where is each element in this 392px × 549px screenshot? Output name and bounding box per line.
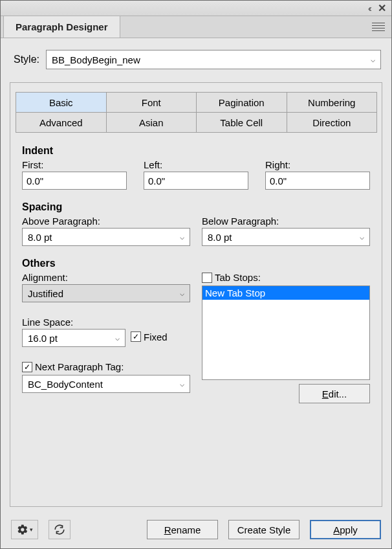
tab-pagination[interactable]: Pagination bbox=[196, 92, 287, 113]
next-tag-combo[interactable]: BC_BodyContent ⌵ bbox=[22, 375, 190, 393]
fixed-checkbox[interactable]: ✓ bbox=[131, 331, 141, 342]
tab-asian[interactable]: Asian bbox=[106, 112, 197, 133]
style-label: Style: bbox=[14, 54, 39, 65]
chevron-down-icon: ⌵ bbox=[180, 379, 184, 388]
gear-icon bbox=[17, 524, 28, 535]
main-tabbar: Paragraph Designer bbox=[1, 16, 391, 38]
chevron-down-icon: ⌵ bbox=[180, 232, 184, 241]
next-tag-label: Next Paragraph Tag: bbox=[35, 361, 124, 372]
chevron-down-icon: ⌵ bbox=[115, 333, 120, 342]
close-icon[interactable]: ✕ bbox=[378, 2, 386, 14]
apply-button[interactable]: Apply bbox=[310, 520, 381, 539]
chevron-down-icon: ⌵ bbox=[180, 289, 184, 298]
list-item[interactable]: New Tab Stop bbox=[202, 286, 369, 300]
tab-stops-checkbox[interactable] bbox=[202, 273, 212, 283]
spacing-row: Above Paragraph: 8.0 pt ⌵ Below Paragrap… bbox=[22, 216, 370, 246]
paragraph-designer-window: ‹‹ ✕ Paragraph Designer Style: BB_BodyBe… bbox=[0, 0, 392, 549]
style-select[interactable]: BB_BodyBegin_new ⌵ bbox=[46, 50, 381, 69]
indent-left-label: Left: bbox=[144, 159, 248, 170]
line-space-label: Line Space: bbox=[22, 317, 190, 328]
tab-font[interactable]: Font bbox=[106, 92, 197, 113]
tab-stops-label: Tab Stops: bbox=[215, 272, 261, 283]
next-tag-checkbox-row[interactable]: ✓ Next Paragraph Tag: bbox=[22, 361, 190, 372]
spacing-below-label: Below Paragraph: bbox=[202, 216, 370, 227]
indent-right-label: Right: bbox=[265, 159, 370, 170]
tab-label: Paragraph Designer bbox=[16, 21, 108, 32]
gear-menu-button[interactable]: ▾ bbox=[11, 520, 38, 539]
indent-title: Indent bbox=[22, 145, 370, 157]
chevron-down-icon: ▾ bbox=[30, 526, 33, 533]
chevron-down-icon: ⌵ bbox=[360, 232, 364, 241]
tab-direction[interactable]: Direction bbox=[287, 112, 378, 133]
next-tag-checkbox[interactable]: ✓ bbox=[22, 362, 32, 372]
tab-stops-checkbox-row[interactable]: Tab Stops: bbox=[202, 272, 370, 283]
alignment-combo[interactable]: Justified ⌵ bbox=[22, 284, 190, 302]
others-row: Alignment: Justified ⌵ Line Space: 16.0 … bbox=[22, 272, 370, 403]
collapse-chevrons-icon[interactable]: ‹‹ bbox=[368, 3, 370, 14]
subtabs: Basic Font Pagination Numbering Advanced… bbox=[16, 92, 376, 132]
spacing-title: Spacing bbox=[22, 201, 370, 213]
tab-paragraph-designer[interactable]: Paragraph Designer bbox=[3, 16, 120, 38]
fixed-checkbox-row[interactable]: ✓ Fixed bbox=[131, 331, 168, 342]
line-space-combo[interactable]: 16.0 pt ⌵ bbox=[22, 329, 125, 347]
indent-first-input[interactable]: 0.0" bbox=[22, 172, 127, 190]
others-title: Others bbox=[22, 258, 370, 269]
indent-left-input[interactable]: 0.0" bbox=[144, 172, 248, 190]
fixed-label: Fixed bbox=[144, 331, 168, 342]
tab-numbering[interactable]: Numbering bbox=[287, 92, 378, 113]
refresh-button[interactable] bbox=[49, 520, 71, 539]
style-row: Style: BB_BodyBegin_new ⌵ bbox=[1, 38, 391, 78]
indent-row: First: 0.0" Left: 0.0" Right: 0.0" bbox=[22, 159, 370, 190]
tab-basic[interactable]: Basic bbox=[16, 92, 107, 113]
edit-button[interactable]: Edit... bbox=[299, 384, 370, 403]
chevron-down-icon: ⌵ bbox=[371, 55, 375, 64]
create-style-button[interactable]: Create Style bbox=[228, 520, 299, 539]
indent-first-label: First: bbox=[22, 159, 127, 170]
tab-stops-listbox[interactable]: New Tab Stop bbox=[202, 286, 370, 380]
rename-button[interactable]: Rename bbox=[147, 520, 218, 539]
tab-advanced[interactable]: Advanced bbox=[16, 112, 107, 133]
spacing-below-combo[interactable]: 8.0 pt ⌵ bbox=[202, 228, 370, 246]
refresh-icon bbox=[54, 524, 65, 535]
panel-basic: Indent First: 0.0" Left: 0.0" Right: 0.0… bbox=[10, 132, 382, 506]
tab-table-cell[interactable]: Table Cell bbox=[196, 112, 287, 133]
panel-menu-icon[interactable] bbox=[372, 21, 385, 33]
indent-right-input[interactable]: 0.0" bbox=[265, 172, 370, 190]
alignment-label: Alignment: bbox=[22, 272, 190, 283]
style-value: BB_BodyBegin_new bbox=[52, 54, 140, 65]
spacing-above-label: Above Paragraph: bbox=[22, 216, 190, 227]
content-frame: Basic Font Pagination Numbering Advanced… bbox=[10, 82, 382, 507]
titlebar: ‹‹ ✕ bbox=[1, 1, 391, 16]
spacing-above-combo[interactable]: 8.0 pt ⌵ bbox=[22, 228, 190, 246]
footer: ▾ Rename Create Style Apply bbox=[1, 513, 391, 548]
